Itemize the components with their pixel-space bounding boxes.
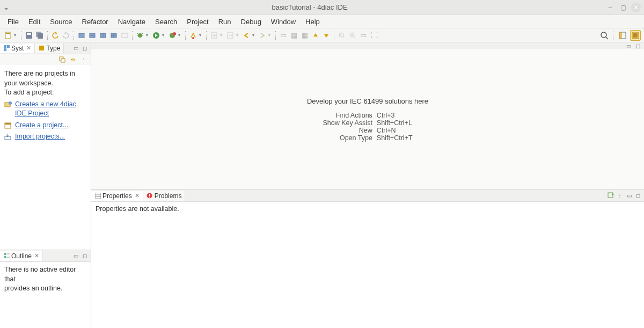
svg-point-22 <box>173 32 176 35</box>
outline-panel: Outline ✕ ▭ ◻ There is no active editor … <box>0 250 91 328</box>
menu-edit[interactable]: Edit <box>24 16 45 27</box>
menu-debug[interactable]: Debug <box>237 16 266 27</box>
back-icon[interactable] <box>241 31 251 40</box>
menu-project[interactable]: Project <box>182 16 213 27</box>
step-icon-2[interactable]: ▦ <box>289 31 299 40</box>
box4-icon[interactable] <box>109 31 119 40</box>
svg-rect-40 <box>4 45 6 48</box>
link-editor-icon[interactable] <box>69 56 77 63</box>
titlebar-menu-icon[interactable]: ⌄ <box>3 3 14 11</box>
editor-minimize-icon[interactable]: ▭ <box>625 42 632 49</box>
shortcut-grid: Find Actions Ctrl+3 Show Key Assist Shif… <box>323 112 412 142</box>
new-dropdown[interactable]: ▾ <box>14 33 18 38</box>
collapse-all-icon[interactable] <box>58 56 66 63</box>
link-create-project[interactable]: Create a project... <box>4 121 86 130</box>
open-perspective-icon[interactable] <box>617 30 628 41</box>
no-projects-line2: your workspace. <box>4 79 86 89</box>
menu-help[interactable]: Help <box>301 16 324 27</box>
left-panel: Syst ✕ Type ▭ ◻ ⋮ There are no projects … <box>0 42 91 328</box>
panel-maximize-icon[interactable]: ◻ <box>81 45 89 52</box>
menu-file[interactable]: File <box>3 16 23 27</box>
svg-rect-45 <box>61 59 65 62</box>
tab-outline-close[interactable]: ✕ <box>34 252 39 259</box>
maximize-button[interactable]: ▢ <box>618 3 628 12</box>
tab-properties-close[interactable]: ✕ <box>135 192 140 199</box>
svg-rect-41 <box>7 45 10 48</box>
debug-icon[interactable] <box>135 31 145 40</box>
close-button[interactable]: ✕ <box>631 3 641 12</box>
link-import-projects-text: Import projects... <box>15 132 65 142</box>
tab-syst[interactable]: Syst ✕ <box>0 43 35 53</box>
editor-maximize-icon[interactable]: ◻ <box>634 42 642 49</box>
zoom-in-icon[interactable] <box>348 31 357 40</box>
step-icon-3[interactable]: ▦ <box>300 31 310 40</box>
up-icon[interactable] <box>311 31 320 40</box>
menu-refactor[interactable]: Refactor <box>78 16 113 27</box>
box2-icon[interactable] <box>87 31 97 40</box>
new-icon[interactable] <box>3 31 13 40</box>
new-view-icon[interactable] <box>607 192 614 200</box>
svg-line-18 <box>137 33 138 34</box>
toolbar: ▾ ▾ ▾ ▾ ▾ ▾ ▾ ▾ ▾ ▭ ▦ ▦ ▭ ⛶ <box>0 28 644 42</box>
view-menu-icon[interactable]: ⋮ <box>80 56 87 63</box>
run-config-dropdown[interactable]: ▾ <box>178 33 182 38</box>
launch-icon[interactable] <box>188 31 198 40</box>
run-config-icon[interactable] <box>167 31 177 40</box>
zoom-fit-icon[interactable]: ▭ <box>358 31 368 40</box>
tab-problems-label: Problems <box>155 192 182 200</box>
nav-icon-1[interactable] <box>209 31 219 40</box>
outline-minimize-icon[interactable]: ▭ <box>72 252 79 260</box>
menu-navigate[interactable]: Navigate <box>114 16 150 27</box>
save-all-icon[interactable] <box>35 31 45 40</box>
launch-dropdown[interactable]: ▾ <box>199 33 203 38</box>
down-icon[interactable] <box>321 31 331 40</box>
nav2-dropdown[interactable]: ▾ <box>236 33 240 38</box>
menu-search[interactable]: Search <box>151 16 181 27</box>
box5-icon[interactable] <box>120 31 129 40</box>
tab-properties[interactable]: Properties ✕ <box>91 191 143 201</box>
box3-icon[interactable] <box>98 31 108 40</box>
minimize-button[interactable]: – <box>605 3 615 12</box>
bottom-view-menu-icon[interactable]: ⋮ <box>616 192 624 200</box>
forward-dropdown[interactable]: ▾ <box>268 33 273 38</box>
box1-icon[interactable] <box>77 31 86 40</box>
tab-syst-close[interactable]: ✕ <box>26 45 31 52</box>
debug-dropdown[interactable]: ▾ <box>146 33 150 38</box>
outline-maximize-icon[interactable]: ◻ <box>81 252 89 260</box>
menu-source[interactable]: Source <box>46 16 76 27</box>
expand-icon[interactable]: ⛶ <box>369 31 379 40</box>
step-icon-1[interactable]: ▭ <box>279 31 288 40</box>
perspective-4diac-icon[interactable] <box>630 30 641 41</box>
nav1-dropdown[interactable]: ▾ <box>220 33 224 38</box>
bottom-maximize-icon[interactable]: ◻ <box>634 192 642 200</box>
tab-type[interactable]: Type <box>35 43 64 53</box>
shortcut-key-1: Shift+Ctrl+L <box>377 119 413 127</box>
nav-icon-2[interactable] <box>225 31 235 40</box>
run-dropdown[interactable]: ▾ <box>162 33 166 38</box>
forward-icon[interactable] <box>258 31 267 40</box>
search-icon[interactable] <box>599 31 609 40</box>
outline-tabs: Outline ✕ ▭ ◻ <box>0 250 91 262</box>
svg-rect-49 <box>5 123 11 125</box>
bottom-minimize-icon[interactable]: ▭ <box>625 192 633 200</box>
tab-problems[interactable]: Problems <box>143 191 186 201</box>
save-icon[interactable] <box>24 31 34 40</box>
panel-minimize-icon[interactable]: ▭ <box>72 45 79 52</box>
menu-run[interactable]: Run <box>214 16 236 27</box>
undo-icon[interactable] <box>50 31 60 40</box>
redo-icon[interactable] <box>61 31 71 40</box>
editor-heading: Develop your IEC 61499 solutions here <box>307 97 428 105</box>
svg-rect-3 <box>27 33 31 35</box>
svg-point-15 <box>138 33 142 38</box>
svg-rect-60 <box>149 197 150 198</box>
zoom-out-icon[interactable] <box>337 31 347 40</box>
back-dropdown[interactable]: ▾ <box>252 33 257 38</box>
link-new-4diac-project[interactable]: Creates a new 4diac IDE Project <box>4 100 86 119</box>
tab-outline[interactable]: Outline ✕ <box>0 251 43 261</box>
run-icon[interactable] <box>151 31 161 40</box>
project-panel-body: There are no projects in your workspace.… <box>0 65 91 250</box>
menu-window[interactable]: Window <box>267 16 300 27</box>
bottom-panel: Properties ✕ Problems ⋮ ▭ ◻ Properties a… <box>91 189 644 328</box>
svg-rect-51 <box>4 253 6 255</box>
link-import-projects[interactable]: Import projects... <box>4 132 86 142</box>
